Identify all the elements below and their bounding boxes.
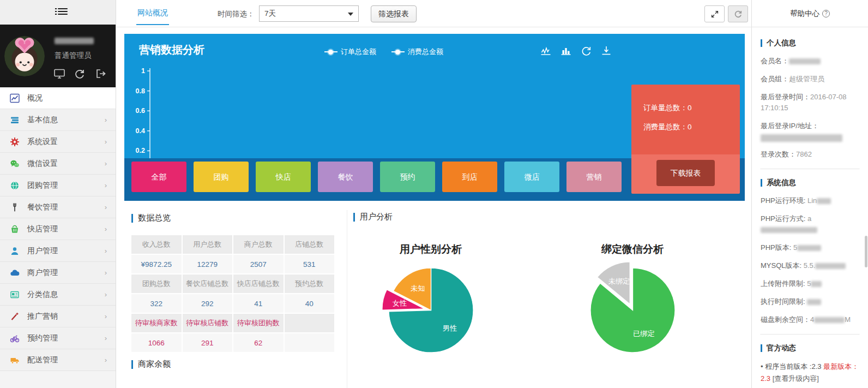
section-accent-bar [131, 214, 133, 223]
sidebar-item-dining-mgmt[interactable]: 餐饮管理 [0, 196, 116, 218]
refresh-page-button[interactable] [728, 5, 748, 22]
consumption-total: 消费量总数：0 [643, 122, 740, 132]
dotted-separator [761, 334, 859, 335]
overview-cell [285, 314, 335, 332]
sidebar-item-groupbuy-mgmt[interactable]: 团购管理 [0, 175, 116, 196]
download-chart-icon[interactable] [600, 45, 612, 57]
overview-cell: 531 [285, 255, 335, 273]
sidebar-item-quickshop-mgmt[interactable]: 快店管理 [0, 218, 116, 240]
svg-text:未绑定: 未绑定 [608, 277, 630, 285]
legend-dot-icon [391, 50, 405, 55]
sidebar-item-category-info[interactable]: 分类信息 [0, 284, 116, 306]
overview-cell: 待审核团购数 [233, 314, 284, 332]
line-chart-icon [10, 93, 20, 103]
sidebar-menu: 概况 基本信息 系统设置 微信设置 团购管理 [0, 87, 116, 371]
sidebar-item-label: 微信设置 [27, 159, 58, 169]
globe-icon [10, 181, 20, 190]
sidebar-item-delivery-mgmt[interactable]: 配送管理 [0, 349, 116, 371]
sidebar-item-system-settings[interactable]: 系统设置 [0, 131, 116, 153]
help-panel: 帮助中心 个人信息 会员名： 会员组：超级管理员 最后登录时间：2016-07-… [751, 0, 868, 388]
bar-chart-view-icon[interactable] [560, 45, 572, 57]
category-button-2[interactable]: 快店 [256, 162, 311, 192]
member-group-row: 会员组：超级管理员 [761, 74, 859, 85]
exec-limit-row: 执行时间限制: [761, 296, 859, 307]
sidebar-item-booking-mgmt[interactable]: 预约管理 [0, 327, 116, 349]
overview-cell: 291 [183, 333, 233, 352]
category-button-5[interactable]: 到店 [442, 162, 497, 192]
time-filter-select[interactable]: 7天 [259, 5, 359, 22]
system-info-title: 系统信息 [761, 178, 859, 188]
user-role: 普通管理员 [55, 51, 92, 61]
svg-text:0.2: 0.2 [136, 147, 145, 154]
overview-cell: 待审核店铺数 [183, 314, 233, 332]
overview-cell: 62 [233, 333, 284, 352]
logout-icon[interactable] [95, 68, 107, 79]
sidebar-item-overview[interactable]: 概况 [0, 87, 116, 109]
overview-table: 收入总数用户总数商户总数店铺总数¥9872.25122792507531团购总数… [131, 235, 334, 352]
category-button-4[interactable]: 预约 [380, 162, 435, 192]
filter-report-button[interactable]: 筛选报表 [371, 5, 417, 22]
panel-title: 营销数据分析 [139, 43, 204, 57]
expand-icon [710, 9, 720, 19]
pie-title-gender: 用户性别分析 [360, 242, 502, 256]
legend-item-orders[interactable]: 订单总金额 [324, 47, 376, 57]
refresh-icon [733, 9, 743, 19]
redacted-value [814, 317, 845, 323]
legend-dot-icon [324, 50, 337, 55]
svg-text:0.8: 0.8 [136, 87, 145, 95]
svg-text:女性: 女性 [393, 299, 407, 307]
legend-item-consumption[interactable]: 消费总金额 [391, 47, 443, 57]
redacted-value [797, 245, 821, 251]
data-overview-section: 数据总览 收入总数用户总数商户总数店铺总数¥9872.2512279250753… [131, 213, 334, 352]
overview-cell: 1066 [131, 333, 182, 352]
marketing-analysis-panel: 营销数据分析 订单总金额 消费总金额 00.20.40.60.8107/0207… [124, 34, 745, 201]
view-upgrade-link[interactable]: [查看升级内容] [770, 374, 819, 383]
category-button-6[interactable]: 微店 [504, 162, 559, 192]
list-bars-icon [10, 115, 20, 125]
svg-text:已绑定: 已绑定 [633, 330, 655, 338]
chevron-right-icon [105, 334, 107, 342]
chevron-right-icon [105, 247, 107, 255]
chevron-right-icon [105, 225, 107, 233]
avatar[interactable] [4, 36, 45, 76]
member-name-row: 会员名： [761, 56, 859, 67]
sidebar-item-promotion[interactable]: 推广营销 [0, 306, 116, 327]
monitor-icon[interactable] [53, 68, 65, 79]
line-chart-view-icon[interactable] [540, 45, 552, 57]
merchant-balance-section: 商家余额 [131, 359, 171, 369]
category-button-3[interactable]: 餐饮 [318, 162, 373, 192]
sidebar-item-user-mgmt[interactable]: 用户管理 [0, 240, 116, 262]
sidebar-item-merchant-mgmt[interactable]: 商户管理 [0, 262, 116, 284]
category-button-7[interactable]: 营销 [566, 162, 622, 192]
refresh-icon[interactable] [74, 68, 86, 79]
refresh-chart-icon[interactable] [580, 45, 592, 57]
section-accent-bar [761, 39, 762, 47]
tab-site-overview[interactable]: 网站概况 [136, 0, 169, 25]
overview-cell: 40 [285, 294, 335, 313]
orders-total: 订单量总数：0 [643, 103, 740, 113]
sidebar-item-wechat-settings[interactable]: 微信设置 [0, 153, 116, 175]
sidebar-item-basic-info[interactable]: 基本信息 [0, 109, 116, 131]
scrollbar-thumb[interactable] [865, 236, 867, 267]
user-analysis-section: 用户分析 用户性别分析 绑定微信分析 男性女性未知 已绑定未绑定 [353, 212, 746, 388]
official-news-title: 官方动态 [761, 343, 859, 353]
section-accent-bar [353, 213, 355, 222]
upload-limit-row: 上传附件限制: 5 [761, 278, 859, 289]
disk-space-row: 磁盘剩余空间：4M [761, 314, 859, 325]
fullscreen-button[interactable] [704, 5, 725, 22]
category-button-1[interactable]: 团购 [194, 162, 249, 192]
download-report-button[interactable]: 下载报表 [656, 160, 715, 186]
chevron-right-icon [105, 268, 107, 277]
question-circle-icon [822, 10, 830, 17]
overview-cell: 店铺总数 [285, 235, 335, 254]
category-button-0[interactable]: 全部 [131, 162, 186, 192]
pie-title-wechat: 绑定微信分析 [562, 242, 703, 256]
sidebar-toggle-icon[interactable] [58, 8, 68, 16]
wechat-pie-chart: 已绑定未绑定 [582, 260, 683, 361]
time-filter-label: 时间筛选： [218, 9, 255, 19]
section-title: 用户分析 [360, 212, 393, 222]
sidebar-item-label: 分类信息 [27, 290, 58, 300]
help-center-header[interactable]: 帮助中心 [752, 0, 868, 27]
svg-text:0.6: 0.6 [136, 107, 145, 115]
chevron-right-icon [105, 138, 107, 146]
